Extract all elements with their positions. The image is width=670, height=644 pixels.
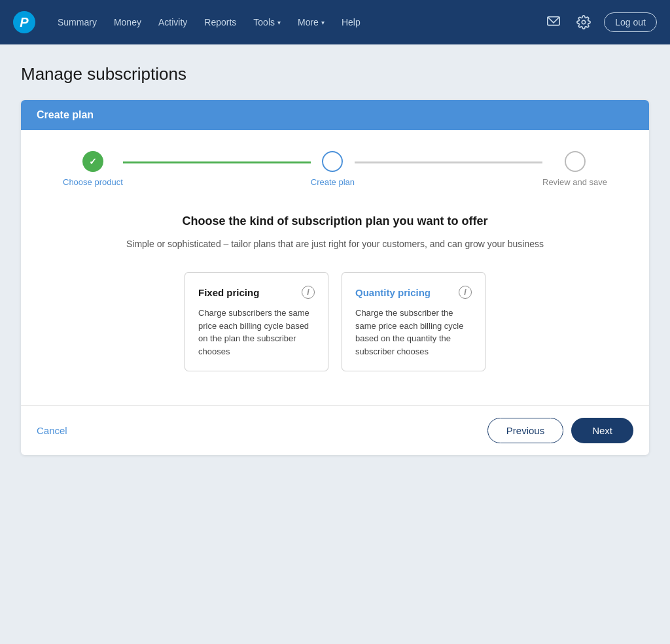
step-review-save: Review and save — [542, 151, 607, 187]
fixed-pricing-title: Fixed pricing — [198, 287, 259, 298]
nav-links: Summary Money Activity Reports Tools▾ Mo… — [51, 13, 544, 31]
cancel-button[interactable]: Cancel — [37, 425, 67, 436]
nav-help[interactable]: Help — [335, 13, 367, 31]
svg-point-1 — [582, 20, 586, 24]
page-title: Manage subscriptions — [21, 64, 649, 84]
card-footer: Cancel Previous Next — [21, 405, 649, 455]
card-body: ✓ Choose product Create plan Review and … — [21, 130, 649, 405]
pricing-options: Fixed pricing i Charge subscribers the s… — [37, 272, 633, 371]
step-label-1: Choose product — [63, 177, 123, 187]
footer-right: Previous Next — [487, 418, 633, 443]
nav-activity[interactable]: Activity — [152, 13, 194, 31]
chevron-down-icon: ▾ — [321, 19, 325, 26]
fixed-pricing-info-icon[interactable]: i — [302, 286, 315, 299]
logout-button[interactable]: Log out — [604, 12, 657, 32]
paypal-logo: P — [13, 11, 35, 33]
quantity-pricing-desc: Charge the subscriber the same price eac… — [355, 307, 472, 358]
step-connector-2 — [355, 161, 542, 163]
quantity-pricing-info-icon[interactable]: i — [459, 286, 472, 299]
chevron-down-icon: ▾ — [277, 19, 281, 26]
step-create-plan: Create plan — [311, 151, 355, 187]
nav-reports[interactable]: Reports — [198, 13, 243, 31]
step-choose-product: ✓ Choose product — [63, 151, 123, 187]
page-content: Manage subscriptions Create plan ✓ Choos… — [8, 44, 662, 468]
previous-button[interactable]: Previous — [487, 418, 563, 443]
logo-letter: P — [20, 15, 28, 30]
step-circle-1: ✓ — [82, 151, 103, 172]
nav-tools[interactable]: Tools▾ — [247, 13, 287, 31]
navbar: P Summary Money Activity Reports Tools▾ … — [0, 0, 670, 44]
quantity-pricing-card[interactable]: Quantity pricing i Charge the subscriber… — [342, 272, 485, 371]
fixed-pricing-card[interactable]: Fixed pricing i Charge subscribers the s… — [185, 272, 328, 371]
fixed-pricing-desc: Charge subscribers the same price each b… — [198, 307, 315, 358]
message-icon-button[interactable] — [544, 12, 563, 32]
next-button[interactable]: Next — [571, 418, 633, 443]
step-circle-2 — [322, 151, 343, 172]
nav-money[interactable]: Money — [107, 13, 148, 31]
card-header-title: Create plan — [37, 109, 94, 120]
step-connector-1 — [123, 161, 311, 163]
section-subtext: Simple or sophisticated – tailor plans t… — [37, 237, 633, 251]
quantity-pricing-header: Quantity pricing i — [355, 286, 472, 299]
stepper: ✓ Choose product Create plan Review and … — [37, 151, 633, 187]
card-header: Create plan — [21, 100, 649, 130]
fixed-pricing-header: Fixed pricing i — [198, 286, 315, 299]
step-label-2: Create plan — [311, 177, 355, 187]
nav-more[interactable]: More▾ — [291, 13, 331, 31]
quantity-pricing-title: Quantity pricing — [355, 287, 431, 298]
settings-icon-button[interactable] — [574, 12, 593, 32]
create-plan-card: Create plan ✓ Choose product Create plan — [21, 100, 649, 455]
step-circle-3 — [565, 151, 586, 172]
nav-summary[interactable]: Summary — [51, 13, 103, 31]
nav-right: Log out — [544, 12, 657, 32]
step-label-3: Review and save — [542, 177, 607, 187]
section-heading: Choose the kind of subscription plan you… — [37, 213, 633, 229]
